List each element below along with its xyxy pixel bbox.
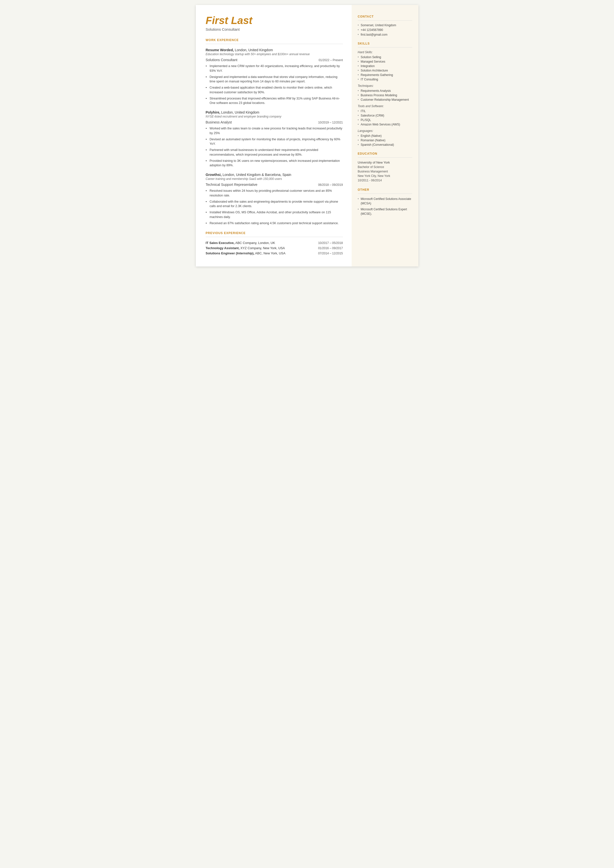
bullet-item: Worked with the sales team to create a n… bbox=[206, 126, 343, 136]
bullet-item: Devised an automated system for monitori… bbox=[206, 137, 343, 146]
bullet-item: Created a web-based application that ena… bbox=[206, 85, 343, 95]
position-title-business-analyst: Business Analyst bbox=[206, 120, 232, 124]
tools-label: Tools and Software: bbox=[358, 104, 412, 108]
position-row-tech-support: Technical Support Representative 06/2018… bbox=[206, 183, 343, 186]
position-row-business-analyst: Business Analyst 10/2019 – 12/2021 bbox=[206, 120, 343, 124]
other-item-0: Microsoft Certified Solutions Associate … bbox=[358, 197, 412, 206]
work-entry-polyhire: Polyhire, London, United Kingdom NYSE-li… bbox=[206, 110, 343, 168]
bullet-item: Received an 87% satisfaction rating amon… bbox=[206, 221, 343, 226]
job-title: Solutions Consultant bbox=[206, 27, 343, 31]
prev-exp-dates-1: 01/2016 – 09/2017 bbox=[318, 247, 343, 250]
prev-exp-row-2: Solutions Engineer (Internship), ABC, Ne… bbox=[206, 252, 343, 255]
prev-exp-title-2: Solutions Engineer (Internship), ABC, Ne… bbox=[206, 252, 285, 255]
skill-item: Salesforce (CRM) bbox=[358, 114, 412, 117]
bullet-item: Designed and implemented a data warehous… bbox=[206, 75, 343, 84]
skill-item: Customer Relationship Management bbox=[358, 98, 412, 101]
languages-label: Languages: bbox=[358, 129, 412, 133]
previous-experience-divider bbox=[206, 237, 343, 237]
bullet-item: Resolved issues within 24 hours by provi… bbox=[206, 189, 343, 198]
skill-item: Integration bbox=[358, 64, 412, 68]
right-column: CONTACT Somerset, United Kingdom +44 123… bbox=[352, 5, 419, 267]
skill-item: Managed Services bbox=[358, 60, 412, 63]
position-title-tech-support: Technical Support Representative bbox=[206, 183, 257, 186]
contact-address: Somerset, United Kingdom bbox=[358, 23, 412, 27]
bullets-tech-support: Resolved issues within 24 hours by provi… bbox=[206, 189, 343, 225]
bullet-item: Implemented a new CRM system for 40 orga… bbox=[206, 64, 343, 73]
work-entry-resume-worded: Resume Worded, London, United Kingdom Ed… bbox=[206, 48, 343, 106]
contact-heading: CONTACT bbox=[358, 15, 412, 18]
bullet-item: Provided training to 3K users on new sys… bbox=[206, 158, 343, 168]
prev-exp-title-0: IT Sales Executive, ABC Company, London,… bbox=[206, 241, 275, 245]
education-divider bbox=[358, 157, 412, 158]
skills-divider bbox=[358, 47, 412, 48]
company-name-growthsi: Growthsi, London, United Kingdom & Barce… bbox=[206, 173, 343, 177]
company-desc-polyhire: NYSE-listed recruitment and employer bra… bbox=[206, 115, 343, 118]
full-name: First Last bbox=[206, 15, 343, 26]
prev-exp-row-0: IT Sales Executive, ABC Company, London,… bbox=[206, 241, 343, 245]
edu-field: Business Management bbox=[358, 169, 412, 174]
resume-container: First Last Solutions Consultant WORK EXP… bbox=[196, 5, 419, 267]
techniques-label: Techniques: bbox=[358, 84, 412, 88]
left-column: First Last Solutions Consultant WORK EXP… bbox=[196, 5, 352, 267]
position-dates-solutions-consultant: 01/2022 – Present bbox=[318, 58, 343, 62]
name-section: First Last Solutions Consultant bbox=[206, 15, 343, 31]
skill-item: Spanish (Conversational) bbox=[358, 143, 412, 146]
skills-heading: SKILLS bbox=[358, 42, 412, 45]
position-title-solutions-consultant: Solutions Consultant bbox=[206, 58, 237, 62]
prev-exp-dates-2: 07/2014 – 12/2015 bbox=[318, 252, 343, 255]
hard-skills-label: Hard Skills: bbox=[358, 50, 412, 54]
company-name-resume-worded: Resume Worded, London, United Kingdom bbox=[206, 48, 343, 52]
edu-entry-0: University of New York Bachelor of Scien… bbox=[358, 161, 412, 183]
education-heading: EDUCATION bbox=[358, 152, 412, 155]
bullets-solutions-consultant: Implemented a new CRM system for 40 orga… bbox=[206, 64, 343, 106]
position-dates-business-analyst: 10/2019 – 12/2021 bbox=[318, 121, 343, 124]
edu-dates: 10/2011 - 06/2014 bbox=[358, 178, 412, 183]
position-dates-tech-support: 06/2018 – 09/2019 bbox=[318, 183, 343, 186]
prev-exp-title-1: Technology Assistant, XYZ Company, New Y… bbox=[206, 246, 285, 250]
skill-item: English (Native) bbox=[358, 134, 412, 138]
company-desc-growthsi: Career training and membership SaaS with… bbox=[206, 177, 343, 181]
skill-item: ITIL bbox=[358, 109, 412, 113]
bullet-item: Partnered with small businesses to under… bbox=[206, 148, 343, 157]
other-heading: OTHER bbox=[358, 188, 412, 191]
skill-item: Business Process Modeling bbox=[358, 93, 412, 97]
previous-experience-heading: PREVIOUS EXPERIENCE bbox=[206, 231, 343, 235]
work-experience-heading: WORK EXPERIENCE bbox=[206, 38, 343, 42]
skill-item: Requirements Gathering bbox=[358, 73, 412, 77]
skill-item: Amazon Web Services (AWS) bbox=[358, 123, 412, 126]
skill-item: IT Consulting bbox=[358, 78, 412, 81]
prev-exp-dates-0: 10/2017 – 05/2018 bbox=[318, 241, 343, 245]
skill-item: Solution Selling bbox=[358, 56, 412, 59]
company-name-polyhire: Polyhire, London, United Kingdom bbox=[206, 110, 343, 114]
position-row-solutions-consultant: Solutions Consultant 01/2022 – Present bbox=[206, 58, 343, 62]
edu-location: New York City, New York bbox=[358, 174, 412, 178]
contact-email: first.last@gmail.com bbox=[358, 33, 412, 36]
skill-item: Solution Architecture bbox=[358, 69, 412, 72]
bullet-item: Installed Windows OS, MS Office, Adobe A… bbox=[206, 210, 343, 219]
edu-school-name: University of New York bbox=[358, 161, 412, 164]
skill-item: Requirements Analysis bbox=[358, 89, 412, 93]
bullet-item: Collaborated with the sales and engineer… bbox=[206, 199, 343, 209]
edu-degree: Bachelor of Science bbox=[358, 165, 412, 169]
bullet-item: Streamlined processes that improved effi… bbox=[206, 96, 343, 106]
bullets-business-analyst: Worked with the sales team to create a n… bbox=[206, 126, 343, 168]
company-desc-resume-worded: Education technology startup with 50+ em… bbox=[206, 53, 343, 56]
other-item-1: Microsoft Certified Solutions Expert (MC… bbox=[358, 207, 412, 216]
prev-exp-row-1: Technology Assistant, XYZ Company, New Y… bbox=[206, 246, 343, 250]
contact-phone: +44 1234567890 bbox=[358, 28, 412, 32]
work-entry-growthsi: Growthsi, London, United Kingdom & Barce… bbox=[206, 173, 343, 225]
skill-item: PL/SQL bbox=[358, 118, 412, 122]
skill-item: Romanian (Native) bbox=[358, 138, 412, 142]
